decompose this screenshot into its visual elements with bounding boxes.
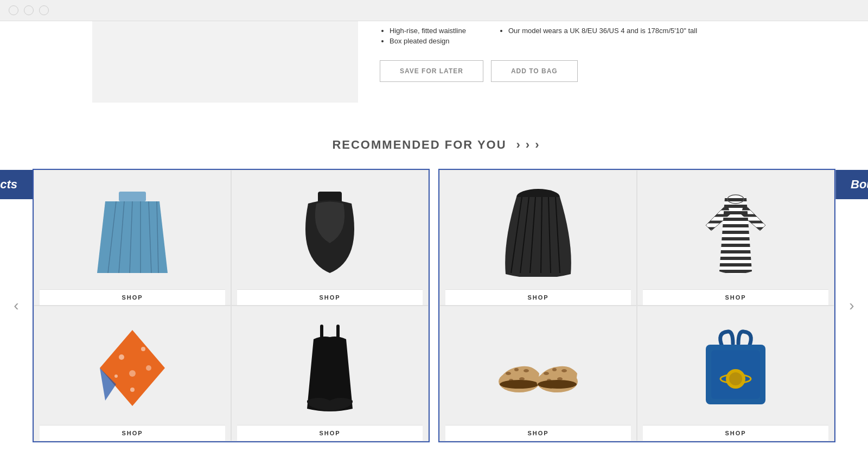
svg-rect-36 bbox=[717, 263, 755, 266]
shop-button-sp1[interactable]: SHOP bbox=[40, 289, 225, 305]
product-cell-bt3[interactable]: SHOP bbox=[439, 306, 637, 441]
product-actions: SAVE FOR LATER ADD TO BAG bbox=[380, 60, 776, 82]
product-image-bt1 bbox=[445, 180, 631, 284]
shop-button-bt2[interactable]: SHOP bbox=[643, 289, 828, 305]
product-top: High-rise, fitted waistline Box pleated … bbox=[0, 21, 868, 119]
svg-rect-27 bbox=[717, 205, 755, 208]
carousel-content: Similar Products bbox=[33, 169, 835, 442]
similar-products-grid: SHOP bbox=[34, 170, 429, 441]
product-cell-sp3[interactable]: SHOP bbox=[34, 306, 231, 441]
product-details: High-rise, fitted waistline Box pleated … bbox=[380, 21, 776, 82]
bullet-item-1: High-rise, fitted waistline bbox=[390, 27, 466, 35]
recommended-title: RECOMMENDED FOR YOU bbox=[332, 138, 506, 151]
carousel-next-arrow[interactable]: › bbox=[835, 169, 868, 442]
save-for-later-button[interactable]: SAVE FOR LATER bbox=[380, 60, 483, 82]
svg-point-48 bbox=[506, 372, 511, 375]
svg-rect-32 bbox=[717, 237, 755, 240]
bought-together-label: Bought Together bbox=[835, 170, 868, 199]
svg-point-12 bbox=[129, 370, 136, 377]
shop-button-sp4[interactable]: SHOP bbox=[237, 425, 423, 441]
bought-together-grid: SHOP bbox=[439, 170, 834, 441]
svg-point-15 bbox=[130, 388, 135, 392]
similar-products-panel: Similar Products bbox=[33, 169, 430, 442]
carousel-prev-arrow[interactable]: ‹ bbox=[0, 169, 33, 442]
svg-rect-34 bbox=[717, 250, 755, 253]
product-cell-bt4[interactable]: SHOP bbox=[637, 306, 834, 441]
bought-together-panel: Bought Together bbox=[438, 169, 835, 442]
shop-button-sp2[interactable]: SHOP bbox=[237, 289, 423, 305]
svg-rect-26 bbox=[717, 198, 755, 201]
product-image-sp2 bbox=[237, 180, 423, 284]
product-image-sp4 bbox=[237, 316, 423, 420]
bullet-col-left: High-rise, fitted waistline Box pleated … bbox=[380, 27, 466, 47]
svg-point-50 bbox=[524, 369, 529, 372]
recommended-section: RECOMMENDED FOR YOU › › › ‹ Similar Prod… bbox=[0, 119, 868, 442]
bullet-col-right: Our model wears a UK 8/EU 36/US 4 and is… bbox=[499, 27, 697, 47]
shop-button-bt1[interactable]: SHOP bbox=[445, 289, 631, 305]
page-wrapper: High-rise, fitted waistline Box pleated … bbox=[0, 21, 868, 442]
recommended-arrows: › › › bbox=[516, 138, 540, 151]
svg-point-13 bbox=[114, 375, 118, 378]
product-image-bt4 bbox=[643, 316, 828, 420]
svg-point-55 bbox=[544, 372, 549, 375]
svg-point-10 bbox=[119, 354, 124, 360]
svg-point-53 bbox=[500, 380, 539, 389]
recommended-header: RECOMMENDED FOR YOU › › › bbox=[0, 135, 868, 153]
product-image-sp1 bbox=[40, 180, 225, 284]
svg-rect-33 bbox=[717, 244, 755, 247]
product-image-bt2 bbox=[643, 180, 828, 284]
product-image-bt3 bbox=[445, 316, 631, 420]
svg-rect-30 bbox=[717, 224, 755, 227]
svg-point-11 bbox=[141, 347, 145, 351]
shop-button-sp3[interactable]: SHOP bbox=[40, 425, 225, 441]
svg-rect-35 bbox=[717, 257, 755, 260]
svg-point-57 bbox=[561, 369, 567, 372]
similar-products-label: Similar Products bbox=[0, 170, 33, 199]
browser-chrome bbox=[0, 0, 868, 21]
svg-rect-0 bbox=[119, 192, 146, 201]
product-cell-bt2[interactable]: SHOP bbox=[637, 170, 834, 306]
bullet-item-2: Box pleated design bbox=[390, 37, 466, 45]
svg-point-14 bbox=[146, 365, 151, 371]
svg-point-65 bbox=[729, 372, 742, 385]
svg-point-56 bbox=[552, 368, 557, 371]
bullet-item-3: Our model wears a UK 8/EU 36/US 4 and is… bbox=[508, 27, 697, 35]
browser-dot-2 bbox=[24, 5, 34, 15]
svg-marker-9 bbox=[100, 330, 165, 406]
add-to-bag-button[interactable]: ADD TO BAG bbox=[491, 60, 578, 82]
svg-rect-31 bbox=[717, 231, 755, 234]
product-cell-sp4[interactable]: SHOP bbox=[231, 306, 429, 441]
svg-point-49 bbox=[514, 368, 519, 371]
product-bullets: High-rise, fitted waistline Box pleated … bbox=[380, 27, 776, 47]
browser-dot-1 bbox=[9, 5, 18, 15]
shop-button-bt4[interactable]: SHOP bbox=[643, 425, 828, 441]
browser-dot-3 bbox=[39, 5, 49, 15]
product-image-sp3 bbox=[40, 316, 225, 420]
product-cell-sp1[interactable]: SHOP bbox=[34, 170, 231, 306]
svg-rect-37 bbox=[717, 270, 755, 273]
product-image bbox=[92, 21, 358, 103]
shop-button-bt3[interactable]: SHOP bbox=[445, 425, 631, 441]
svg-point-60 bbox=[538, 380, 577, 389]
product-cell-sp2[interactable]: SHOP bbox=[231, 170, 429, 306]
carousel-wrapper: ‹ Similar Products bbox=[0, 169, 868, 442]
product-cell-bt1[interactable]: SHOP bbox=[439, 170, 637, 306]
